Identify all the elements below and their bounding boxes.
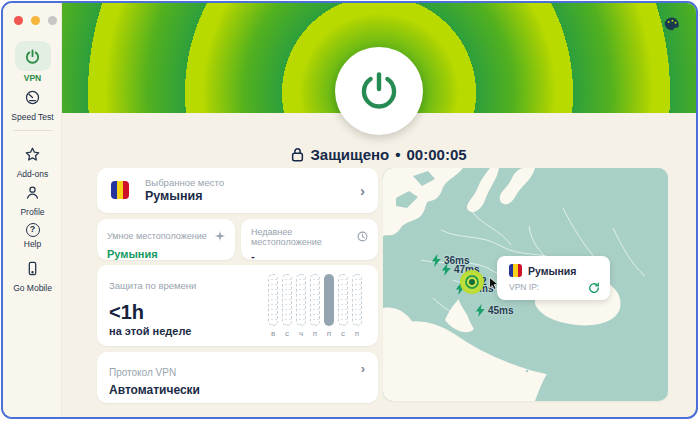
sparkle-icon xyxy=(215,227,225,245)
card-label: Защита по времени xyxy=(109,280,196,291)
protection-period-label: на этой неделе xyxy=(109,325,191,337)
weekly-bar-empty xyxy=(296,274,306,326)
day-label: п xyxy=(352,329,362,338)
tooltip-country: Румыния xyxy=(528,265,576,277)
sidebar-item-label: Go Mobile xyxy=(3,283,62,293)
palette-icon[interactable] xyxy=(662,15,682,35)
sidebar-item-go-mobile[interactable]: Go Mobile xyxy=(3,260,62,293)
sidebar-item-profile[interactable]: Profile xyxy=(3,184,62,217)
sidebar-item-help[interactable]: ? Help xyxy=(3,223,62,249)
status-separator: • xyxy=(395,146,400,163)
card-label: Умное местоположение xyxy=(107,231,207,241)
connect-power-button[interactable] xyxy=(335,47,423,135)
sidebar-item-vpn[interactable]: VPN xyxy=(3,41,62,83)
connection-status: Защищено•00:00:05 xyxy=(62,146,696,163)
selected-location-card[interactable]: Выбранное место Румыния › xyxy=(97,168,378,213)
weekly-bar-empty xyxy=(352,274,362,326)
card-label: Недавнее местоположение xyxy=(251,227,357,247)
location-tooltip: Румыния VPN IP: xyxy=(497,256,610,300)
romania-flag-icon xyxy=(111,181,129,199)
recent-location-value: - xyxy=(251,250,368,262)
vpn-protocol-card[interactable]: Протокол VPN › Автоматически xyxy=(97,352,378,403)
sidebar-item-speed-test[interactable]: Speed Test xyxy=(3,89,62,122)
speedometer-icon xyxy=(24,89,41,106)
romania-flag-icon xyxy=(509,264,522,277)
weekly-bar-empty xyxy=(268,274,278,326)
protocol-value: Автоматически xyxy=(109,383,200,397)
close-button[interactable] xyxy=(14,16,23,25)
help-icon: ? xyxy=(26,223,40,237)
ping-label: 45ms xyxy=(488,305,514,316)
weekly-bar-filled xyxy=(324,274,334,326)
vpn-pill xyxy=(15,41,51,71)
recent-location-card[interactable]: Недавнее местоположение - xyxy=(241,219,378,260)
lightning-icon xyxy=(441,263,452,276)
day-label: с xyxy=(338,329,348,338)
lightning-icon xyxy=(475,304,486,317)
phone-icon xyxy=(24,260,41,277)
status-timer: 00:00:05 xyxy=(407,146,467,163)
lock-icon xyxy=(291,147,304,162)
mouse-cursor xyxy=(489,276,499,294)
day-label: ч xyxy=(296,329,306,338)
minimize-button[interactable] xyxy=(31,16,40,25)
map-panel[interactable]: 36ms 47ms 34ms 45ms 2 Румыния VPN IP: xyxy=(383,168,668,401)
sidebar-item-label: Speed Test xyxy=(3,112,62,122)
sidebar-item-label: Add-ons xyxy=(3,169,62,179)
sidebar-item-label: VPN xyxy=(3,73,62,83)
weekly-bar-empty xyxy=(310,274,320,326)
status-label: Защищено xyxy=(310,146,389,163)
weekly-bar-empty xyxy=(282,274,292,326)
ping-marker: 45ms xyxy=(475,304,514,317)
day-label: с xyxy=(282,329,292,338)
chevron-right-icon: › xyxy=(361,362,365,375)
power-icon xyxy=(24,48,41,65)
protection-hours-value: <1h xyxy=(109,301,144,324)
app-window: VPN Speed Test Add-ons xyxy=(1,1,698,419)
clock-icon xyxy=(357,228,368,246)
day-label: в xyxy=(268,329,278,338)
person-icon xyxy=(24,184,41,201)
power-icon xyxy=(357,68,401,115)
card-label: Выбранное место xyxy=(145,177,224,188)
sidebar-item-label: Help xyxy=(3,239,62,249)
zoom-button[interactable] xyxy=(48,16,57,25)
star-icon xyxy=(24,146,41,163)
chevron-right-icon: › xyxy=(360,183,365,198)
connected-location-marker[interactable] xyxy=(460,270,484,294)
sidebar-divider xyxy=(13,130,52,131)
sidebar-item-add-ons[interactable]: Add-ons xyxy=(3,146,62,179)
weekly-days: всчппсп xyxy=(268,329,362,338)
selected-location-value: Румыния xyxy=(145,189,203,203)
day-label: п xyxy=(310,329,320,338)
pulse-core xyxy=(469,279,475,285)
sidebar: VPN Speed Test Add-ons xyxy=(3,3,62,417)
sidebar-item-label: Profile xyxy=(3,207,62,217)
day-label: п xyxy=(324,329,334,338)
weekly-bars xyxy=(268,274,362,326)
card-label: Протокол VPN xyxy=(109,367,176,378)
weekly-bar-empty xyxy=(338,274,348,326)
tooltip-ip-label: VPN IP: xyxy=(509,282,539,292)
smart-location-value: Румыния xyxy=(107,248,225,260)
traffic-lights xyxy=(14,16,57,25)
time-protection-card: Защита по времени <1h на этой неделе всч… xyxy=(97,265,378,346)
refresh-icon[interactable] xyxy=(588,280,600,298)
smart-location-card[interactable]: Умное местоположение Румыния xyxy=(97,219,235,260)
